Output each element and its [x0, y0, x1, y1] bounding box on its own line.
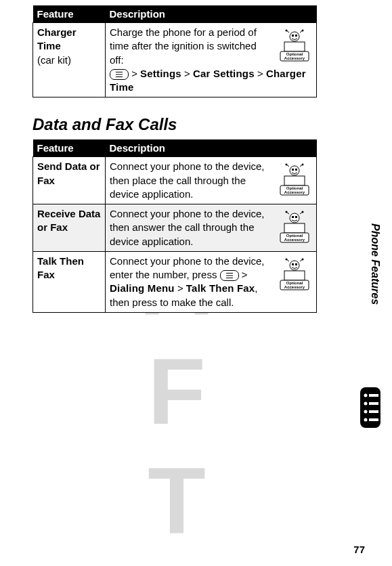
- svg-rect-24: [295, 216, 297, 218]
- table2-header-feature: Feature: [33, 139, 106, 157]
- svg-rect-6: [295, 35, 297, 37]
- table1-header-feature: Feature: [33, 5, 106, 23]
- path-dialing-menu: Dialing Menu: [110, 282, 175, 294]
- table2-header-description: Description: [106, 139, 317, 157]
- svg-point-31: [302, 258, 304, 260]
- accessory-label-bottom: Accessory: [284, 190, 305, 194]
- svg-rect-34: [284, 271, 305, 280]
- table-row: Receive Data or Fax Optional: [33, 204, 317, 252]
- path-car-settings: Car Settings: [193, 68, 255, 79]
- table-row: Send Data or Fax Optional: [33, 157, 317, 204]
- svg-point-3: [286, 30, 288, 32]
- feature-name: Charger Time: [37, 26, 77, 51]
- path-settings: Settings: [140, 68, 181, 79]
- svg-point-12: [286, 164, 288, 166]
- feature-subtext: (car kit): [37, 54, 71, 66]
- accessory-label-bottom: Accessory: [284, 238, 305, 242]
- svg-rect-7: [284, 42, 305, 51]
- svg-point-4: [302, 30, 304, 32]
- svg-rect-15: [295, 169, 297, 171]
- section-title: Data and Fax Calls: [32, 115, 365, 134]
- svg-rect-16: [284, 176, 305, 186]
- svg-point-13: [302, 164, 304, 166]
- svg-point-22: [302, 211, 304, 213]
- optional-accessory-icon: Optional Accessory: [277, 27, 312, 62]
- path-talk-then-fax: Talk Then Fax: [186, 282, 255, 294]
- page-content: Feature Description Charger Time (car ki…: [0, 0, 392, 566]
- optional-accessory-icon: Optional Accessory: [277, 256, 312, 291]
- optional-accessory-icon: Optional Accessory: [277, 209, 312, 244]
- feature-name: Send Data or Fax: [37, 160, 100, 186]
- data-fax-table: Feature Description Send Data or Fax: [32, 139, 317, 313]
- svg-rect-32: [292, 263, 294, 265]
- accessory-label-bottom: Accessory: [284, 56, 305, 60]
- charger-time-table: Feature Description Charger Time (car ki…: [32, 5, 317, 97]
- svg-rect-23: [292, 216, 294, 218]
- table1-header-description: Description: [106, 5, 317, 23]
- svg-rect-33: [295, 263, 297, 265]
- svg-rect-14: [292, 169, 294, 171]
- feature-name: Receive Data or Fax: [37, 208, 100, 233]
- description-text: Charge the phone for a period of time af…: [110, 26, 257, 66]
- accessory-label-bottom: Accessory: [284, 285, 305, 289]
- svg-point-21: [286, 211, 288, 213]
- table-row: Charger Time (car kit): [33, 23, 317, 97]
- svg-rect-25: [284, 223, 305, 233]
- table-row: Talk Then Fax Optional Ac: [33, 251, 317, 312]
- menu-key-icon: [110, 69, 129, 80]
- optional-accessory-icon: Optional Accessory: [277, 161, 312, 196]
- svg-rect-5: [292, 35, 294, 37]
- description-lead-text: Connect your phone to the device, enter …: [110, 255, 265, 280]
- description-text: Connect your phone to the device, then a…: [110, 208, 265, 247]
- feature-name: Talk Then Fax: [37, 255, 84, 280]
- svg-point-30: [286, 258, 288, 260]
- menu-key-icon: [220, 270, 239, 281]
- description-text: Connect your phone to the device, then p…: [110, 160, 265, 200]
